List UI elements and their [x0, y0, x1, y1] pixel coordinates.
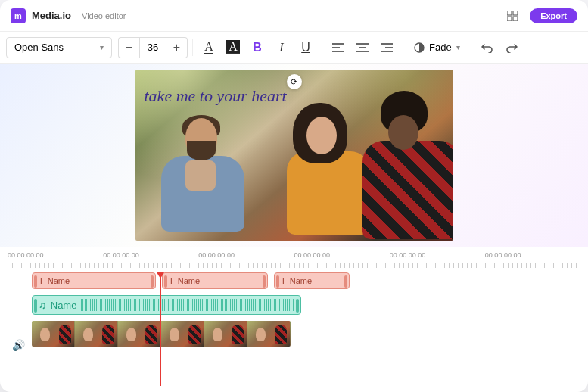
video-track — [32, 321, 580, 347]
timeline-ruler[interactable]: 00:00:00.00 00:00:00.00 00:00:00.00 00:0… — [8, 251, 580, 268]
video-preview[interactable]: ⟳ take me to your heart — [135, 70, 453, 241]
logo-icon: m — [11, 8, 26, 23]
text-clip[interactable]: T Name — [32, 272, 156, 289]
chevron-down-icon: ▾ — [456, 43, 460, 51]
video-thumbnail — [75, 321, 118, 347]
brand-name: Media.io — [32, 10, 71, 21]
text-color-button[interactable]: A — [198, 36, 220, 59]
align-left-button[interactable] — [327, 36, 350, 59]
waveform — [81, 299, 294, 311]
text-track: T Name T Name T Name — [32, 272, 580, 289]
video-thumbnail — [247, 321, 291, 347]
video-thumbnail — [118, 321, 161, 347]
font-size-stepper: − + — [118, 37, 188, 58]
audio-track: ♫ Name — [32, 295, 580, 315]
animation-select[interactable]: Fade ▾ — [408, 37, 466, 58]
underline-button[interactable]: U — [294, 36, 317, 59]
svg-rect-0 — [507, 11, 512, 15]
animation-label: Fade — [429, 42, 452, 53]
audio-clip[interactable]: ♫ Name — [32, 295, 301, 315]
preview-canvas: ⟳ take me to your heart — [0, 64, 588, 247]
font-size-decrease-button[interactable]: − — [118, 37, 139, 58]
animation-icon — [414, 42, 425, 53]
text-clip[interactable]: T Name — [274, 272, 350, 289]
undo-button[interactable] — [476, 36, 499, 59]
timecode: 00:00:00.00 — [198, 251, 235, 259]
svg-rect-1 — [513, 11, 518, 15]
clip-handle-left[interactable] — [164, 275, 167, 288]
timecode: 00:00:00.00 — [8, 251, 44, 259]
timeline: 00:00:00.00 00:00:00.00 00:00:00.00 00:0… — [0, 247, 588, 392]
text-icon: T — [169, 276, 174, 285]
topbar: m Media.io Video editor Export — [0, 0, 588, 32]
highlight-color-button[interactable]: A — [222, 36, 244, 59]
timecode: 00:00:00.00 — [294, 251, 331, 259]
text-clip[interactable]: T Name — [162, 272, 268, 289]
video-thumbnail — [161, 321, 204, 347]
playhead[interactable] — [160, 272, 161, 386]
timecode: 00:00:00.00 — [390, 251, 426, 259]
speaker-icon[interactable]: 🔊 — [12, 339, 25, 351]
clip-handle-right[interactable] — [263, 275, 266, 288]
clip-handle-left[interactable] — [276, 275, 279, 288]
svg-rect-2 — [507, 17, 512, 21]
tracks-container: 🔊 T Name T Name T Name — [32, 272, 580, 347]
divider — [192, 39, 193, 56]
italic-button[interactable]: I — [270, 36, 293, 59]
export-button[interactable]: Export — [530, 8, 577, 23]
align-right-button[interactable] — [375, 36, 398, 59]
video-thumbnail — [32, 321, 75, 347]
clip-handle-left[interactable] — [34, 299, 37, 313]
toolbar: Open Sans ▾ − + A A B I U Fade — [0, 32, 588, 64]
chevron-down-icon: ▾ — [100, 43, 104, 51]
sync-icon[interactable]: ⟳ — [287, 74, 302, 89]
timecode: 00:00:00.00 — [485, 251, 521, 259]
divider — [471, 39, 471, 56]
apps-grid-icon[interactable] — [504, 8, 521, 24]
clip-label: Name — [48, 276, 70, 285]
text-icon: T — [39, 276, 44, 285]
clip-label: Name — [178, 276, 200, 285]
divider — [403, 39, 403, 56]
video-clip[interactable] — [32, 321, 291, 347]
bold-button[interactable]: B — [246, 36, 269, 59]
svg-rect-3 — [513, 17, 518, 21]
align-center-button[interactable] — [351, 36, 374, 59]
font-family-select[interactable]: Open Sans ▾ — [6, 37, 112, 58]
font-family-value: Open Sans — [14, 42, 64, 53]
font-size-increase-button[interactable]: + — [166, 37, 188, 58]
clip-handle-right[interactable] — [151, 275, 154, 288]
divider — [322, 39, 322, 56]
clip-label: Name — [51, 300, 77, 311]
music-icon: ♫ — [39, 300, 46, 311]
clip-handle-right[interactable] — [344, 275, 347, 288]
font-size-input[interactable] — [139, 37, 166, 58]
redo-button[interactable] — [500, 36, 523, 59]
clip-handle-right[interactable] — [296, 299, 299, 313]
app-window: m Media.io Video editor Export Open Sans… — [0, 0, 588, 392]
page-subtitle: Video editor — [82, 11, 126, 20]
text-icon: T — [281, 276, 286, 285]
text-overlay[interactable]: take me to your heart — [145, 86, 287, 106]
clip-handle-left[interactable] — [34, 275, 37, 288]
clip-label: Name — [290, 276, 312, 285]
timecode: 00:00:00.00 — [103, 251, 139, 259]
video-thumbnail — [204, 321, 247, 347]
